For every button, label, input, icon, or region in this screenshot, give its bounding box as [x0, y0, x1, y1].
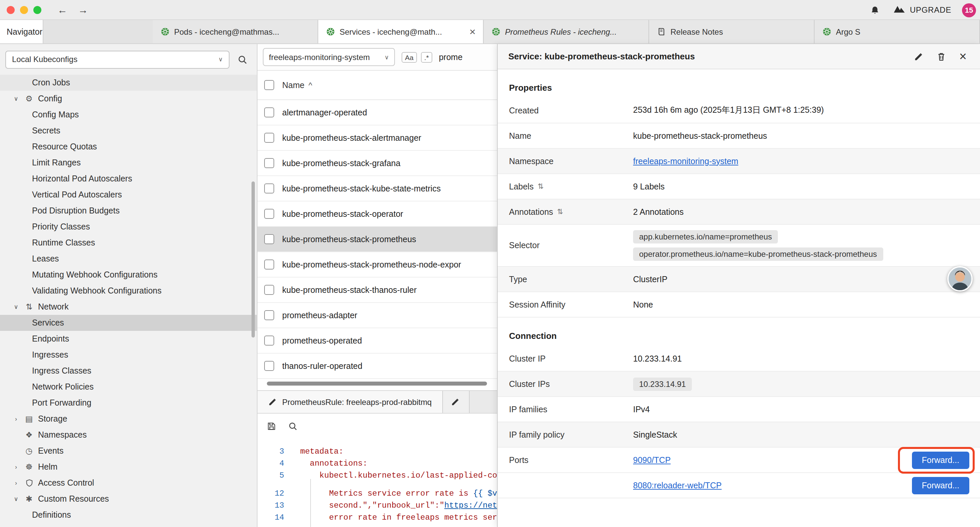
sidebar-item-vertical-pod-autoscalers[interactable]: Vertical Pod Autoscalers: [0, 187, 257, 203]
back-icon[interactable]: ←: [57, 4, 67, 15]
sidebar-item-network-policies[interactable]: Network Policies: [0, 379, 257, 395]
line-number: 5: [258, 470, 284, 482]
table-row[interactable]: kube-prometheus-stack-prometheus-node-ex…: [258, 252, 497, 277]
table-row[interactable]: kube-prometheus-stack-prometheus: [258, 227, 497, 252]
table-row[interactable]: kube-prometheus-stack-grafana: [258, 151, 497, 176]
edit-icon[interactable]: [911, 52, 926, 61]
sidebar-item-config[interactable]: ∨⚙Config: [0, 91, 257, 107]
sidebar-item-ingresses[interactable]: Ingresses: [0, 347, 257, 363]
row-checkbox[interactable]: [264, 361, 274, 371]
tab-pods-icecheng-mathmas[interactable]: Pods - icecheng@mathmas...: [153, 20, 318, 43]
table-row[interactable]: alertmanager-operated: [258, 100, 497, 126]
namespace-filter-select[interactable]: freeleaps-monitoring-system ∨: [263, 48, 395, 66]
notification-badge[interactable]: 15: [962, 3, 976, 17]
sidebar-item-network[interactable]: ∨⇅Network: [0, 299, 257, 315]
close-tab-icon[interactable]: ×: [467, 25, 478, 38]
table-row[interactable]: kube-prometheus-stack-kube-state-metrics: [258, 176, 497, 201]
close-window-button[interactable]: [7, 6, 15, 14]
pencil-icon: [451, 398, 460, 406]
forward-icon[interactable]: →: [78, 4, 88, 15]
table-row[interactable]: prometheus-adapter: [258, 303, 497, 328]
sidebar-item-pod-disruption-budgets[interactable]: Pod Disruption Budgets: [0, 203, 257, 219]
dock-tab-next[interactable]: [443, 391, 470, 413]
table-row[interactable]: kube-prometheus-stack-operator: [258, 201, 497, 227]
avatar[interactable]: [947, 266, 973, 291]
tab-argo-s[interactable]: Argo S: [815, 20, 980, 43]
search-input[interactable]: prome: [439, 53, 463, 62]
table-row[interactable]: thanos-ruler-operated: [258, 353, 497, 379]
table-row[interactable]: kube-prometheus-stack-thanos-ruler: [258, 277, 497, 303]
upgrade-button[interactable]: UPGRADE: [893, 5, 951, 15]
editor-line-text: second.","runbook_url":"https://net: [300, 500, 497, 512]
row-checkbox[interactable]: [264, 107, 274, 118]
sidebar-item-mutating-webhook-configurations[interactable]: Mutating Webhook Configurations: [0, 267, 257, 283]
sidebar-item-priority-classes[interactable]: Priority Classes: [0, 219, 257, 235]
chevron-right-icon: ›: [12, 480, 20, 486]
sidebar-item-runtime-classes[interactable]: Runtime Classes: [0, 235, 257, 251]
line-number: 13: [258, 500, 284, 512]
namespace-link[interactable]: freeleaps-monitoring-system: [633, 156, 738, 166]
sidebar-item-definitions[interactable]: Definitions: [0, 507, 257, 523]
dock-tab-prometheusrule[interactable]: PrometheusRule: freeleaps-prod-rabbitmq: [258, 391, 443, 413]
sidebar-item-services[interactable]: Services: [0, 315, 257, 331]
sidebar-item-endpoints[interactable]: Endpoints: [0, 331, 257, 347]
detail-value: 10.233.14.91: [633, 372, 969, 396]
tab-services-icecheng-math[interactable]: Services - icecheng@math...×: [318, 20, 484, 43]
table-row[interactable]: kube-prometheus-stack-alertmanager: [258, 126, 497, 151]
row-checkbox[interactable]: [264, 183, 274, 193]
row-checkbox[interactable]: [264, 336, 274, 345]
row-checkbox[interactable]: [264, 234, 274, 244]
sidebar-item-validating-webhook-configurations[interactable]: Validating Webhook Configurations: [0, 283, 257, 299]
sidebar-item-namespaces[interactable]: ❖Namespaces: [0, 427, 257, 443]
sidebar-scrollbar[interactable]: [251, 182, 255, 338]
port-link[interactable]: 9090/TCP: [633, 455, 671, 465]
table-row[interactable]: prometheus-operated: [258, 328, 497, 353]
kubeconfig-selector[interactable]: Local Kubeconfigs ∨: [5, 50, 229, 68]
sidebar-item-config-maps[interactable]: Config Maps: [0, 107, 257, 123]
sidebar-item-cron-jobs[interactable]: Cron Jobs: [0, 75, 257, 91]
sidebar-item-port-forwarding[interactable]: Port Forwarding: [0, 395, 257, 411]
port-link[interactable]: 8080:reloader-web/TCP: [633, 481, 721, 490]
sidebar-item-access-control[interactable]: ›Access Control: [0, 475, 257, 491]
search-icon[interactable]: [288, 422, 298, 431]
row-checkbox[interactable]: [264, 158, 274, 168]
minimize-window-button[interactable]: [20, 6, 28, 14]
row-checkbox[interactable]: [264, 209, 274, 219]
row-checkbox[interactable]: [264, 260, 274, 269]
sidebar-item-secrets[interactable]: Secrets: [0, 123, 257, 139]
maximize-window-button[interactable]: [33, 6, 41, 14]
sidebar-item-helm[interactable]: ›☸Helm: [0, 459, 257, 475]
tab-prometheus-rules-icecheng[interactable]: Prometheus Rules - icecheng...: [484, 20, 649, 43]
select-all-checkbox[interactable]: [264, 80, 274, 90]
save-icon[interactable]: [267, 422, 276, 431]
sort-toggle-icon[interactable]: ⇅: [538, 182, 544, 191]
sidebar-item-ingress-classes[interactable]: Ingress Classes: [0, 363, 257, 379]
detail-row: IP family policySingleStack: [498, 422, 980, 447]
tab-release-notes[interactable]: Release Notes: [649, 20, 815, 43]
horizontal-scrollbar[interactable]: [267, 382, 487, 385]
kubernetes-icon: [326, 27, 335, 36]
sidebar-item-leases[interactable]: Leases: [0, 251, 257, 267]
sidebar-item-custom-resources[interactable]: ∨✱Custom Resources: [0, 491, 257, 507]
close-icon[interactable]: ×: [957, 50, 969, 63]
forward-button[interactable]: Forward...: [912, 451, 969, 469]
row-checkbox[interactable]: [264, 310, 274, 320]
search-icon[interactable]: [237, 54, 248, 64]
forward-button[interactable]: Forward...: [912, 477, 969, 494]
sidebar-item-storage[interactable]: ›▤Storage: [0, 411, 257, 427]
sidebar-item-events[interactable]: ◷Events: [0, 443, 257, 459]
trash-icon[interactable]: [934, 52, 949, 61]
sort-toggle-icon[interactable]: ⇅: [557, 207, 563, 216]
row-checkbox[interactable]: [264, 285, 274, 295]
sidebar-item-horizontal-pod-autoscalers[interactable]: Horizontal Pod Autoscalers: [0, 171, 257, 187]
bell-icon[interactable]: [867, 5, 883, 15]
regex-toggle[interactable]: .*: [421, 52, 432, 62]
list-search-box[interactable]: Aa .* prome: [402, 52, 463, 62]
sidebar-item-limit-ranges[interactable]: Limit Ranges: [0, 155, 257, 171]
yaml-editor[interactable]: 3metadata:4 annotations:5 kubectl.kubern…: [258, 439, 497, 527]
sidebar-item-resource-quotas[interactable]: Resource Quotas: [0, 139, 257, 155]
name-column-header[interactable]: Name ^: [282, 80, 312, 90]
match-case-toggle[interactable]: Aa: [402, 52, 417, 62]
navigator-tab[interactable]: Navigator: [0, 20, 43, 43]
row-checkbox[interactable]: [264, 133, 274, 143]
